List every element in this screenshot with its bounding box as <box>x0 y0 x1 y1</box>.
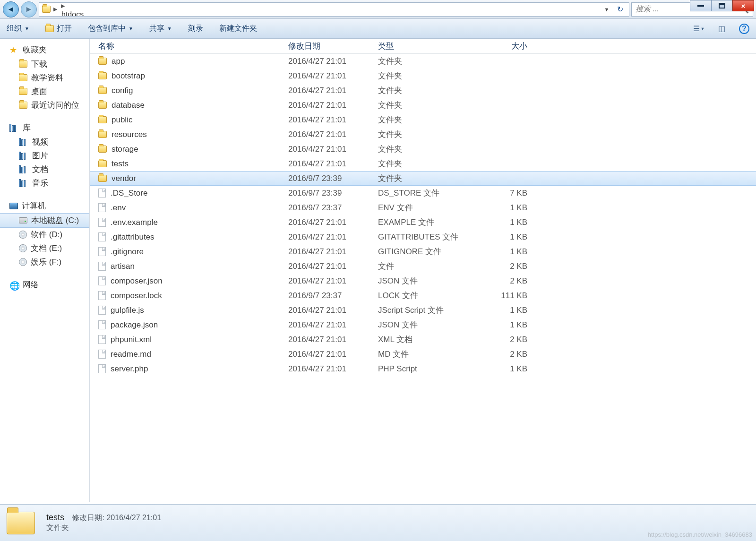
list-item[interactable]: public2016/4/27 21:01文件夹 <box>90 112 756 127</box>
list-item[interactable]: gulpfile.js2016/4/27 21:01JScript Script… <box>90 303 756 318</box>
selected-item-name: tests <box>46 513 64 522</box>
nav-item[interactable]: 教学资料 <box>0 71 89 85</box>
nav-item[interactable]: 桌面 <box>0 85 89 98</box>
drive-icon <box>19 217 27 223</box>
file-name: .gitignore <box>111 247 144 257</box>
folder-icon <box>98 58 107 65</box>
file-name: artisan <box>111 262 135 271</box>
burn-button[interactable]: 刻录 <box>188 24 203 34</box>
file-name: config <box>112 86 133 95</box>
close-button[interactable]: × <box>732 0 754 11</box>
file-name: resources <box>112 130 147 139</box>
include-in-library-menu[interactable]: 包含到库中▼ <box>88 24 133 34</box>
selected-item-type: 文件夹 <box>46 523 161 533</box>
file-type: 文件夹 <box>378 173 472 184</box>
list-item[interactable]: database2016/4/27 21:01文件夹 <box>90 98 756 112</box>
lib-icon <box>19 152 28 160</box>
list-item[interactable]: readme.md2016/4/27 21:01MD 文件2 KB <box>90 347 756 361</box>
list-item[interactable]: vendor2016/9/7 23:39文件夹 <box>90 171 756 186</box>
list-item[interactable]: resources2016/4/27 21:01文件夹 <box>90 127 756 142</box>
list-item[interactable]: .gitattributes2016/4/27 21:01GITATTRIBUT… <box>90 230 756 244</box>
column-date[interactable]: 修改日期 <box>288 41 378 52</box>
file-type: 文件夹 <box>378 114 472 125</box>
folder-icon <box>98 102 107 109</box>
column-type[interactable]: 类型 <box>378 41 472 52</box>
selected-item-icon <box>7 509 38 537</box>
new-folder-button[interactable]: 新建文件夹 <box>219 24 257 34</box>
chevron-right-icon[interactable]: ▶ <box>60 3 66 9</box>
organize-menu[interactable]: 组织▼ <box>7 24 29 34</box>
list-item[interactable]: phpunit.xml2016/4/27 21:01XML 文档2 KB <box>90 332 756 347</box>
refresh-button[interactable]: ↻ <box>614 5 626 14</box>
nav-item[interactable]: 最近访问的位 <box>0 98 89 112</box>
drive-item[interactable]: 娱乐 (F:) <box>0 255 89 269</box>
help-button[interactable]: ? <box>739 24 749 34</box>
column-name[interactable]: 名称 <box>90 41 288 52</box>
file-name: .env <box>111 203 126 213</box>
drive-item[interactable]: 本地磁盘 (C:) <box>0 213 89 228</box>
list-item[interactable]: package.json2016/4/27 21:01JSON 文件1 KB <box>90 318 756 332</box>
network-header[interactable]: 🌐网络 <box>0 277 89 292</box>
breadcrumb-item[interactable]: htdocs <box>60 9 108 17</box>
file-name: storage <box>112 145 138 154</box>
list-item[interactable]: .DS_Store2016/9/7 23:39DS_STORE 文件7 KB <box>90 186 756 200</box>
file-type: JSON 文件 <box>378 319 472 330</box>
file-type: GITATTRIBUTES 文件 <box>378 232 472 242</box>
forward-button[interactable]: ► <box>21 1 37 17</box>
minimize-button[interactable] <box>690 0 712 11</box>
list-item[interactable]: composer.json2016/4/27 21:01JSON 文件2 KB <box>90 274 756 288</box>
nav-item[interactable]: 图片 <box>0 149 89 163</box>
file-date: 2016/4/27 21:01 <box>288 262 378 271</box>
file-date: 2016/4/27 21:01 <box>288 57 378 66</box>
nav-item[interactable]: 文档 <box>0 163 89 176</box>
column-size[interactable]: 大小 <box>472 41 534 52</box>
list-item[interactable]: composer.lock2016/9/7 23:37LOCK 文件111 KB <box>90 288 756 303</box>
address-bar[interactable]: ▶ 计算机▶本地磁盘 (C:)▶xampp▶htdocs▶PHPprimary▶… <box>39 2 629 17</box>
favorites-group: ★收藏夹 下载教学资料桌面最近访问的位 <box>0 43 89 112</box>
file-icon <box>98 262 106 271</box>
file-size: 1 KB <box>472 306 534 315</box>
open-button[interactable]: 打开 <box>45 24 72 34</box>
search-placeholder: 搜索 ... <box>636 4 659 14</box>
folder-icon <box>98 131 107 138</box>
list-item[interactable]: bootstrap2016/4/27 21:01文件夹 <box>90 69 756 83</box>
maximize-button[interactable] <box>711 0 733 11</box>
file-date: 2016/4/27 21:01 <box>288 276 378 286</box>
chevron-right-icon[interactable]: ▶ <box>52 6 58 12</box>
preview-pane-button[interactable]: ◫ <box>716 24 727 34</box>
favorites-header[interactable]: ★收藏夹 <box>0 43 89 57</box>
nav-item[interactable]: 音乐 <box>0 176 89 190</box>
file-name: composer.lock <box>111 291 162 301</box>
computer-icon <box>9 203 18 209</box>
list-item[interactable]: app2016/4/27 21:01文件夹 <box>90 54 756 69</box>
list-item[interactable]: tests2016/4/27 21:01文件夹 <box>90 156 756 171</box>
file-name: .env.example <box>111 218 158 227</box>
list-item[interactable]: .env.example2016/4/27 21:01EXAMPLE 文件1 K… <box>90 215 756 230</box>
address-dropdown-button[interactable]: ▼ <box>601 7 612 12</box>
list-item[interactable]: config2016/4/27 21:01文件夹 <box>90 83 756 98</box>
computer-header[interactable]: 计算机 <box>0 198 89 213</box>
list-item[interactable]: artisan2016/4/27 21:01文件2 KB <box>90 259 756 274</box>
file-date: 2016/4/27 21:01 <box>288 247 378 257</box>
drive-icon <box>19 244 27 252</box>
drive-item[interactable]: 软件 (D:) <box>0 228 89 241</box>
network-group: 🌐网络 <box>0 277 89 292</box>
file-type: ENV 文件 <box>378 202 472 213</box>
file-date: 2016/9/7 23:37 <box>288 291 378 301</box>
folder-icon <box>98 160 107 167</box>
list-item[interactable]: server.php2016/4/27 21:01PHP Script1 KB <box>90 361 756 376</box>
back-button[interactable]: ◄ <box>3 1 19 17</box>
drive-item[interactable]: 文档 (E:) <box>0 241 89 255</box>
view-options-button[interactable]: ☰▼ <box>694 24 704 34</box>
file-date: 2016/4/27 21:01 <box>288 145 378 154</box>
list-item[interactable]: .env2016/9/7 23:37ENV 文件1 KB <box>90 200 756 215</box>
list-item[interactable]: .gitignore2016/4/27 21:01GITIGNORE 文件1 K… <box>90 244 756 259</box>
nav-item[interactable]: 视频 <box>0 135 89 149</box>
list-item[interactable]: storage2016/4/27 21:01文件夹 <box>90 142 756 156</box>
libraries-header[interactable]: 库 <box>0 120 89 135</box>
share-menu[interactable]: 共享▼ <box>149 24 172 34</box>
file-size: 1 KB <box>472 364 534 374</box>
nav-item[interactable]: 下载 <box>0 57 89 71</box>
navigation-pane: ★收藏夹 下载教学资料桌面最近访问的位 库 视频图片文档音乐 计算机 本地磁盘 … <box>0 39 90 502</box>
file-icon <box>98 232 106 241</box>
